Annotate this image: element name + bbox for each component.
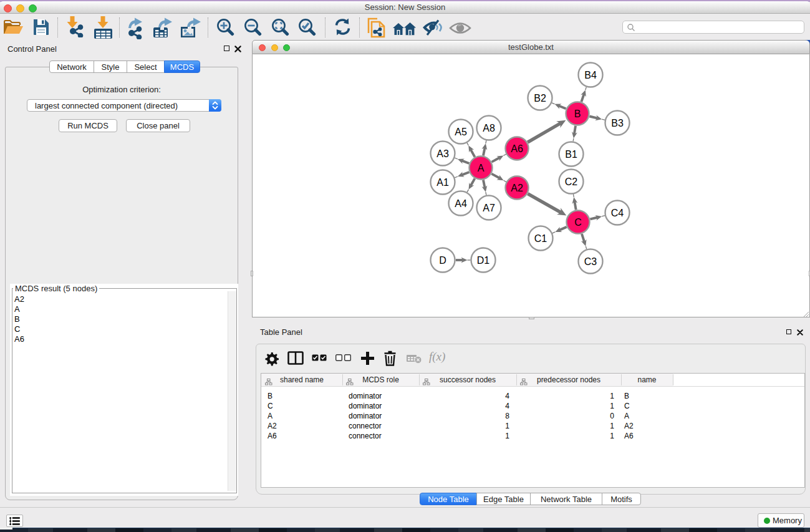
svg-text:A8: A8 (483, 123, 495, 133)
svg-text:B4: B4 (584, 70, 597, 80)
svg-text:A4: A4 (455, 198, 467, 209)
svg-text:C4: C4 (611, 208, 624, 218)
svg-text:A: A (478, 163, 485, 173)
svg-text:B: B (574, 109, 581, 119)
svg-text:A1: A1 (436, 177, 449, 188)
svg-text:A2: A2 (511, 183, 523, 193)
svg-text:A6: A6 (511, 143, 523, 154)
svg-text:A7: A7 (483, 203, 495, 213)
svg-text:D1: D1 (477, 255, 490, 266)
svg-text:C3: C3 (584, 256, 597, 267)
svg-text:B1: B1 (565, 149, 577, 160)
svg-text:D: D (439, 255, 446, 266)
svg-text:C2: C2 (565, 177, 578, 187)
svg-text:C: C (574, 217, 582, 228)
svg-text:B3: B3 (611, 118, 624, 128)
svg-text:A5: A5 (455, 127, 467, 137)
svg-text:A3: A3 (436, 148, 449, 159)
svg-text:C1: C1 (534, 233, 547, 244)
svg-text:B2: B2 (534, 93, 546, 104)
